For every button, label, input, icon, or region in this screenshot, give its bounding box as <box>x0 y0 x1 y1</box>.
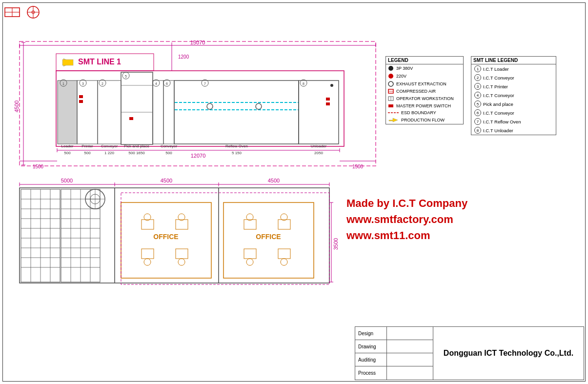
svg-text:15070: 15070 <box>190 40 205 45</box>
smt-item-3: 3 I.C.T Printer <box>471 82 556 91</box>
title-block-company: Dongguan ICT Technology Co.,Ltd. <box>433 327 584 380</box>
svg-text:2050: 2050 <box>314 151 323 155</box>
svg-rect-154 <box>388 104 393 107</box>
svg-text:8: 8 <box>303 82 304 85</box>
made-by-line3: www.smt11.com <box>346 227 467 243</box>
svg-text:4500: 4500 <box>161 178 172 183</box>
svg-rect-33 <box>129 117 133 120</box>
svg-text:1 220: 1 220 <box>104 151 115 155</box>
made-by-line1: Made by I.C.T Company <box>346 195 467 211</box>
svg-text:500    1650: 500 1650 <box>128 151 145 155</box>
smt-item-2: 2 I.C.T Conveyor <box>471 73 556 82</box>
legend-item-7: ESD BOUNDARY <box>386 109 463 116</box>
svg-text:1500: 1500 <box>33 164 44 169</box>
svg-rect-46 <box>174 81 299 144</box>
svg-text:3: 3 <box>82 82 84 85</box>
legend-title: LEGEND <box>386 57 463 64</box>
svg-rect-25 <box>98 81 121 144</box>
svg-rect-99 <box>278 249 290 259</box>
svg-rect-30 <box>121 72 153 144</box>
smt-item-1: 1 I.C.T Loader <box>471 64 556 73</box>
svg-text:3500: 3500 <box>333 238 339 250</box>
svg-text:Conveyor: Conveyor <box>101 144 118 148</box>
svg-text:1: 1 <box>62 82 64 85</box>
svg-text:1200: 1200 <box>178 54 189 60</box>
title-row-design: Design <box>355 327 433 340</box>
svg-rect-146 <box>121 193 329 284</box>
svg-text:500: 500 <box>64 151 71 155</box>
svg-rect-98 <box>244 249 256 259</box>
svg-text:Pick and place: Pick and place <box>124 144 150 148</box>
made-by-text: Made by I.C.T Company www.smtfactory.com… <box>346 195 467 243</box>
smt-item-5: 5 Pick and place <box>471 100 556 108</box>
svg-rect-90 <box>142 249 154 259</box>
svg-point-50 <box>256 103 262 109</box>
legend-item-5: OPERATOR WORKSTATION <box>386 95 463 102</box>
svg-text:4: 4 <box>155 82 157 85</box>
smt-legend-title: SMT LINE LEGEND <box>471 57 556 64</box>
svg-rect-56 <box>326 98 330 101</box>
title-row-auditing: Auditing <box>355 353 433 366</box>
svg-text:500: 500 <box>84 151 91 155</box>
svg-point-58 <box>330 84 333 87</box>
svg-rect-91 <box>176 249 188 259</box>
svg-rect-34 <box>153 81 163 144</box>
svg-rect-96 <box>244 220 256 229</box>
svg-rect-88 <box>142 220 154 229</box>
svg-rect-13 <box>58 81 77 144</box>
legend-box: LEGEND 3P 380V 220V EXHAUST EXTRACTION C… <box>385 56 464 124</box>
svg-text:Unloader: Unloader <box>311 144 327 148</box>
svg-text:Conveyor: Conveyor <box>161 144 178 148</box>
legend-item-1: 3P 380V <box>386 64 463 72</box>
svg-rect-97 <box>278 220 290 229</box>
svg-text:5000: 5000 <box>61 178 73 183</box>
legend-item-3: EXHAUST EXTRACTION <box>386 80 463 88</box>
svg-text:Reflow Oven: Reflow Oven <box>225 144 248 148</box>
svg-point-103 <box>281 259 287 265</box>
svg-text:1500: 1500 <box>352 164 364 169</box>
svg-point-102 <box>246 259 253 265</box>
svg-rect-89 <box>176 220 188 229</box>
svg-rect-41 <box>163 81 174 144</box>
legend-item-4: COMPRESSED AIR <box>386 88 463 95</box>
svg-text:4500: 4500 <box>268 178 280 183</box>
svg-text:OFFICE: OFFICE <box>256 233 281 241</box>
svg-text:OFFICE: OFFICE <box>153 233 178 241</box>
svg-text:7: 7 <box>204 82 206 85</box>
svg-point-49 <box>207 103 213 109</box>
smt-item-7: 7 I.C.T Reflow Oven <box>471 117 556 126</box>
title-row-drawing: Drawing <box>355 340 433 353</box>
svg-text:5: 5 <box>125 75 127 78</box>
svg-text:12070: 12070 <box>191 153 206 159</box>
svg-text:Loader: Loader <box>61 144 74 148</box>
made-by-line2: www.smtfactory.com <box>346 211 467 227</box>
svg-point-147 <box>388 66 393 71</box>
svg-rect-11 <box>62 60 73 65</box>
svg-point-95 <box>178 259 185 265</box>
svg-text:SMT LINE 1: SMT LINE 1 <box>78 58 121 66</box>
svg-point-94 <box>144 259 151 265</box>
svg-text:2: 2 <box>101 82 103 85</box>
title-block-fields: Design Drawing Auditing Process <box>355 327 433 380</box>
title-row-process: Process <box>355 366 433 380</box>
svg-text:6: 6 <box>166 82 168 85</box>
svg-marker-156 <box>389 118 398 122</box>
legend-item-2: 220V <box>386 72 463 80</box>
svg-point-149 <box>388 81 393 86</box>
legend-item-6: MASTER POWER SWITCH <box>386 102 463 109</box>
svg-text:Printer: Printer <box>81 144 93 148</box>
svg-text:4500: 4500 <box>14 101 20 112</box>
legend-item-8: PRODUCTION FLOW <box>386 116 463 124</box>
title-block: Design Drawing Auditing Process Dongguan… <box>355 326 584 380</box>
smt-item-8: 8 I.C.T Unloader <box>471 126 556 135</box>
smt-legend-box: SMT LINE LEGEND 1 I.C.T Loader 2 I.C.T C… <box>471 56 556 135</box>
svg-point-148 <box>388 74 393 79</box>
svg-rect-19 <box>79 95 83 98</box>
svg-text:500: 500 <box>165 151 172 155</box>
svg-rect-18 <box>77 81 98 144</box>
svg-text:5 150: 5 150 <box>232 151 242 155</box>
svg-rect-55 <box>299 81 339 144</box>
svg-rect-20 <box>79 100 83 103</box>
svg-rect-57 <box>326 102 330 105</box>
smt-item-6: 6 I.C.T Conveyor <box>471 108 556 117</box>
